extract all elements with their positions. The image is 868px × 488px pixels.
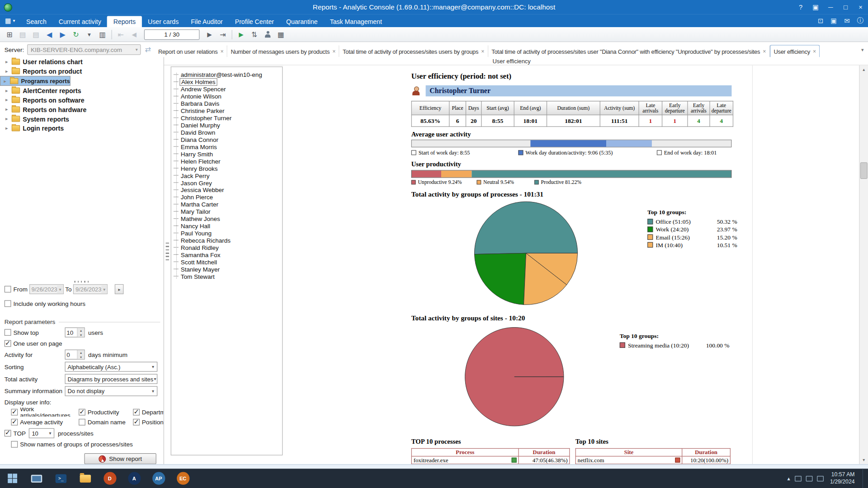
close-tab-icon[interactable]: × [481,48,484,54]
prev-page-icon[interactable]: ◀ [128,28,140,40]
user-filter-icon[interactable] [262,28,274,40]
grid-view-icon[interactable]: ▦ [275,28,287,40]
help-button[interactable]: ? [793,1,808,13]
user-list-item[interactable]: Mathew Jones [171,215,282,222]
doc-tab-diana-connor[interactable]: Total time of activity of processes/site… [488,46,770,57]
user-list-item[interactable]: Emma Morris [171,143,282,150]
user-list-item[interactable]: Tom Stewart [171,272,282,280]
doc-tab-activity-by-groups[interactable]: Total time of activity of processes/site… [340,46,488,57]
user-list-item[interactable]: Helen Fletcher [171,157,282,164]
taskbar-clock[interactable]: 10:57 AM 1/29/2024 [830,471,855,485]
new-report-icon[interactable]: ⊞ [3,28,15,40]
menu-item-profile-center[interactable]: Profile Center [229,16,280,28]
doc-tab-messages-by-products[interactable]: Number of messages users by products × [227,46,340,57]
show-report-button[interactable]: Show report [84,453,156,465]
user-list-item[interactable]: Christine Parker [171,107,282,114]
next-page-icon[interactable]: ▶ [203,28,216,40]
user-list-item[interactable]: Nancy Hall [171,222,282,230]
sorting-select[interactable]: Alphabetically (Asc.) ▾ [65,362,157,372]
user-list-item[interactable]: Jack Perry [171,172,282,179]
user-list-item[interactable]: Christopher Turner [171,114,282,122]
scroll-down-icon[interactable]: ▾ [860,456,868,464]
tree-item-reports-on-product[interactable]: ▸ Reports on product [0,66,164,76]
forward-icon[interactable]: ▶ [57,28,69,40]
date-range-checkbox[interactable] [5,286,11,293]
fit-screen-icon[interactable]: ⊡ [818,17,823,24]
refresh-icon[interactable]: ↻ [70,28,82,40]
next-period-button[interactable]: ▸ [115,284,124,294]
date-from-input[interactable]: 9/26/2023 ▾ [29,284,64,294]
page-indicator-input[interactable]: 1 / 30 [144,29,200,39]
show-top-checkbox[interactable] [5,329,11,336]
department-checkbox[interactable] [133,409,140,416]
start-button[interactable] [0,469,24,488]
user-list-item[interactable]: administrator@test-win10-eng [171,71,282,78]
tab-list-dropdown-icon[interactable]: ▾ [857,47,868,52]
chevron-down-icon[interactable]: ▾ [101,285,107,294]
menu-item-task-management[interactable]: Task Management [324,16,388,28]
date-to-input[interactable]: 9/26/2023 ▾ [73,284,108,294]
mail-icon[interactable]: ✉ [844,17,849,24]
taskbar-app-ec[interactable]: EC [171,469,195,488]
back-icon[interactable]: ◀ [43,28,56,40]
one-user-per-page-checkbox[interactable] [5,340,11,347]
user-list-item[interactable]: Diana Connor [171,136,282,143]
expander-icon[interactable]: ▸ [5,59,9,64]
tree-item-programs-reports[interactable]: ▸ Programs reports [0,76,71,86]
close-button[interactable]: × [853,1,868,13]
taskbar-file-explorer[interactable] [24,469,49,488]
taskbar-folder[interactable] [73,469,98,488]
expander-icon[interactable]: ▸ [5,126,9,131]
activity-for-stepper[interactable]: 0 ▴▾ [65,350,85,360]
menu-item-reports[interactable]: Reports [107,16,142,28]
user-list-item[interactable]: John Pierce [171,193,282,201]
user-list-item[interactable]: Harry Smith [171,150,282,157]
user-list-item[interactable]: David Brown [171,128,282,136]
user-list-item[interactable]: Daniel Murphy [171,122,282,129]
server-select[interactable]: KIB-SERVER-ENG.company.com ▾ [28,44,141,55]
taskbar-app-d[interactable]: D [98,469,122,488]
sort-icon[interactable]: ⇅ [248,28,260,40]
user-list-item[interactable]: Martha Carter [171,201,282,208]
tray-chevron-up-icon[interactable]: ▴ [788,475,790,481]
doc-tab-user-efficiency[interactable]: User efficiency × [770,45,820,57]
user-list-item[interactable]: Rebecca Richards [171,237,282,244]
horizontal-splitter-handle[interactable] [74,281,90,283]
apps-grid-menu[interactable]: ▦ ▾ [0,14,20,27]
tray-icon[interactable] [795,476,802,481]
taskbar-powershell[interactable]: >_ [49,469,73,488]
user-list-item[interactable]: Paul Young [171,230,282,237]
chevron-down-icon[interactable]: ▾ [57,285,63,294]
show-desktop-button[interactable] [863,469,865,488]
stepper-buttons[interactable]: ▴▾ [77,328,84,337]
scroll-up-icon[interactable]: ▴ [860,66,868,74]
expander-icon[interactable]: ▸ [5,107,9,112]
tray-icon[interactable] [817,476,824,481]
save-report-icon[interactable]: ▤ [30,28,42,40]
show-group-names-checkbox[interactable] [11,441,18,448]
productivity-checkbox[interactable] [79,409,85,416]
user-list-item[interactable]: Henry Brooks [171,164,282,172]
close-tab-icon[interactable]: × [763,48,766,54]
vertical-splitter-handle[interactable] [166,243,169,262]
average-activity-checkbox[interactable] [11,419,18,426]
server-connection-icon[interactable]: ⇄ [145,46,151,54]
domain-name-checkbox[interactable] [79,419,85,426]
panel-toggle-button[interactable]: ▣ [808,1,823,13]
taskbar-app-ap[interactable]: AP [146,469,171,488]
viewer-icon[interactable]: ▣ [830,17,837,24]
tree-item-reports-on-software[interactable]: ▸ Reports on software [0,95,164,105]
user-list-item[interactable]: Stanley Mayer [171,265,282,272]
top-count-select[interactable]: 10 ▾ [29,428,54,438]
taskbar-app-a[interactable]: A [122,469,146,488]
tree-item-reports-on-hardware[interactable]: ▸ Reports on hardware [0,105,164,114]
caret-down-icon[interactable]: ▾ [83,28,95,40]
user-list-item[interactable]: Samantha Fox [171,251,282,258]
menu-item-current-activity[interactable]: Current activity [52,16,107,28]
minimize-button[interactable]: ─ [823,1,838,13]
user-list-item[interactable]: Mary Tailor [171,208,282,215]
summary-select[interactable]: Do not display ▾ [65,386,157,396]
tree-item-system-reports[interactable]: ▸ System reports [0,114,164,124]
doc-tab-user-relations[interactable]: Report on user relations × [155,46,227,57]
close-tab-icon[interactable]: × [332,48,335,54]
